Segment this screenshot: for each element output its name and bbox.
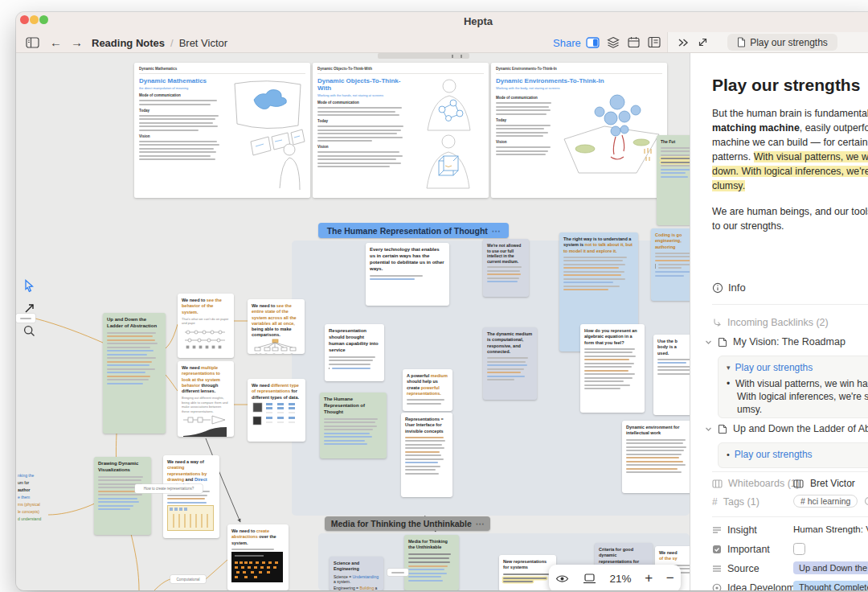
- connector-label-text: How to create representations?: [144, 487, 194, 491]
- zoom-level[interactable]: 21%: [610, 573, 632, 585]
- card-every-technology[interactable]: Every technology that enables us in cert…: [366, 243, 449, 306]
- tag-pill[interactable]: # hci learning: [793, 495, 858, 508]
- backlink-title[interactable]: Up and Down the Ladder of Abstraction: [733, 423, 868, 434]
- forward-icon[interactable]: →: [71, 36, 83, 48]
- connector-label-how-to[interactable]: How to create representations?: [135, 484, 203, 493]
- right-panel-toggle-icon[interactable]: [586, 37, 600, 48]
- whiteboard-canvas[interactable]: Dynamic Mathematics Dynamic Mathematics …: [16, 53, 690, 590]
- card-science-engineering[interactable]: Science and Engineering Science = Unders…: [330, 557, 383, 590]
- backlink-link-row[interactable]: ▾ Play our strengths: [727, 362, 868, 373]
- card-humane-representation[interactable]: The Humane Representation of Thought: [320, 393, 387, 458]
- triangle-down-icon[interactable]: ▾: [727, 364, 731, 372]
- backlink-link-row[interactable]: • Play our strengths: [727, 449, 868, 460]
- status-pill[interactable]: Thought Complete: [793, 581, 868, 590]
- card-coding[interactable]: Coding is go engineering, authoring: [651, 228, 690, 301]
- important-checkbox[interactable]: [793, 543, 805, 555]
- card-creating-representations[interactable]: We need a way of creating representation…: [163, 455, 219, 538]
- open-note-tab[interactable]: Play our strengths: [727, 34, 837, 51]
- connector-tool-icon[interactable]: [24, 302, 35, 314]
- zoom-out-button[interactable]: −: [666, 570, 674, 586]
- document-dynamic-objects[interactable]: Dynamic Objects-To-Think-With Dynamic Ob…: [313, 63, 489, 198]
- present-mode-icon[interactable]: [583, 574, 596, 584]
- minimize-window-button[interactable]: [30, 15, 39, 24]
- connector-label-computational[interactable]: Computational: [170, 575, 206, 583]
- card-title: How do you represent an algebraic equati…: [584, 328, 641, 346]
- expand-note-icon[interactable]: [698, 37, 708, 47]
- card-see-behavior[interactable]: We need to see the behavior of the syste…: [178, 294, 234, 358]
- card-the-future[interactable]: The Fut: [657, 135, 690, 225]
- preview-eye-icon[interactable]: [555, 574, 569, 584]
- breadcrumb-current[interactable]: Bret Victor: [179, 37, 227, 49]
- select-tool-icon[interactable]: [23, 279, 35, 293]
- calendar-icon[interactable]: [628, 36, 640, 48]
- doc-header: Dynamic Environments-To-Think-In: [496, 67, 662, 74]
- close-window-button[interactable]: [20, 15, 29, 24]
- zoom-in-button[interactable]: +: [645, 570, 653, 586]
- tab-label: Play our strengths: [750, 37, 828, 48]
- card-dynamic-medium[interactable]: The dynamic medium is computational, res…: [483, 327, 537, 400]
- backlink-link[interactable]: Play our strengths: [735, 362, 813, 373]
- sidebar-toggle-icon[interactable]: [26, 37, 39, 48]
- collapsed-frame-bar[interactable]: [378, 53, 469, 59]
- source-value[interactable]: Up and Down the La: [793, 561, 868, 574]
- back-icon[interactable]: ←: [50, 36, 62, 48]
- card-media-unthinkable[interactable]: Media for Thinking the Unthinkable: [404, 535, 459, 590]
- source-pill[interactable]: Up and Down the La: [793, 561, 868, 574]
- screenshot-drawing-tool: [167, 505, 214, 531]
- card-title: Every technology that enables us in cert…: [370, 247, 445, 273]
- database-book-icon[interactable]: [648, 36, 661, 48]
- card-title: We need multiple representations to look…: [182, 365, 230, 394]
- title-bar[interactable]: Hepta: [16, 12, 868, 32]
- info-section-header[interactable]: Info: [712, 282, 746, 294]
- card-create-abstractions[interactable]: We need to create abstractions over the …: [227, 524, 289, 590]
- card-powerful-medium[interactable]: A powerful medium should help us create …: [403, 369, 452, 411]
- document-dynamic-environments[interactable]: Dynamic Environments-To-Think-In Dynamic…: [491, 63, 667, 198]
- layers-icon[interactable]: [607, 36, 620, 49]
- backlinks-label: Incoming Backlinks (2): [727, 317, 829, 328]
- card-different-types[interactable]: We need different type of representation…: [248, 379, 305, 442]
- text-placeholder: [408, 553, 455, 582]
- card-entire-state[interactable]: We need to see the entire state of the s…: [248, 299, 305, 354]
- group-menu-icon[interactable]: ⋯: [492, 226, 501, 236]
- card-not-allowed-full-intellect[interactable]: We're not allowed to use our full intell…: [483, 239, 529, 297]
- zoom-tool-icon[interactable]: [23, 325, 35, 337]
- quote-block: [329, 368, 380, 369]
- maximize-window-button[interactable]: [39, 15, 48, 24]
- connector-label-small[interactable]: [387, 569, 408, 576]
- text-placeholder: [98, 476, 147, 511]
- card-new-representations[interactable]: New representations for systems: [499, 555, 556, 590]
- breadcrumb-root[interactable]: Reading Notes: [92, 37, 165, 49]
- group-label-humane[interactable]: The Humane Representation of Thought ⋯: [318, 223, 509, 238]
- share-button[interactable]: Share: [553, 37, 581, 49]
- backlink-excerpt: • With visual patterns, we win hands Wit…: [727, 377, 868, 416]
- backlink-row-ladder[interactable]: Up and Down the Ladder of Abstraction: [705, 423, 868, 434]
- card-drawing-dynamic-visualizations[interactable]: Drawing Dynamic Visualizations: [94, 457, 151, 535]
- group-label-media[interactable]: Media for Thinking the Unthinkable ⋯: [325, 516, 490, 531]
- backlink-title[interactable]: My Vision: The Roadmap: [733, 336, 845, 347]
- card-representations-ui[interactable]: Representations = User Interface for inv…: [401, 413, 452, 497]
- group-label-text: The Humane Representation of Thought: [327, 226, 488, 236]
- insight-value[interactable]: Human Strength: Visu: [793, 524, 868, 534]
- backlink-link[interactable]: Play our strengths: [735, 449, 813, 460]
- card-dynamic-environment[interactable]: Dynamic environment for intellectual wor…: [622, 421, 690, 493]
- chevron-down-icon[interactable]: [705, 426, 712, 432]
- collapse-panel-icon[interactable]: [678, 38, 689, 47]
- card-ladder-of-abstraction[interactable]: Up and Down the Ladder of Abstraction: [103, 313, 166, 434]
- card-title: The Humane Representation of Thought: [324, 397, 383, 416]
- whiteboards-value[interactable]: Bret Victor: [793, 478, 855, 489]
- text-placeholder: [332, 368, 380, 369]
- card-algebraic-equation[interactable]: How do you represent an algebraic equati…: [580, 324, 645, 413]
- card-multiple-representations[interactable]: We need multiple representations to look…: [178, 361, 234, 437]
- tags-value[interactable]: # hci learning: [793, 495, 868, 508]
- group-menu-icon[interactable]: ⋯: [476, 519, 485, 528]
- backlink-row-my-vision[interactable]: My Vision: The Roadmap: [705, 336, 845, 347]
- important-value[interactable]: [793, 543, 805, 555]
- idea-development-value[interactable]: Thought Complete: [793, 581, 868, 590]
- card-use-the-body[interactable]: Use the b body is a used.: [653, 335, 690, 415]
- text-placeholder: [324, 418, 383, 446]
- chevron-down-icon[interactable]: [705, 339, 712, 345]
- card-representation-capability[interactable]: Respresentation should brought human cap…: [325, 324, 384, 381]
- document-dynamic-mathematics[interactable]: Dynamic Mathematics Dynamic Mathematics …: [134, 63, 310, 198]
- incoming-backlinks-header[interactable]: Incoming Backlinks (2): [712, 317, 829, 328]
- connector-label-cropped[interactable]: [16, 314, 35, 323]
